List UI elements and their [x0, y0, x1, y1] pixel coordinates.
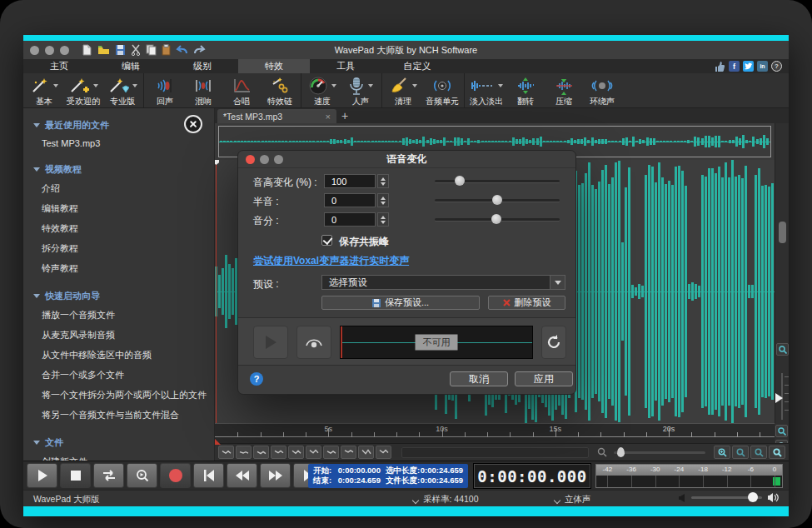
- new-tab-button[interactable]: +: [336, 109, 353, 123]
- help-icon[interactable]: ?: [771, 61, 782, 72]
- sidebar-item[interactable]: 特效教程: [33, 218, 214, 238]
- linkedin-icon[interactable]: in: [757, 61, 768, 72]
- ribbon-echo-button[interactable]: 回声: [146, 75, 184, 107]
- dialog-close-button[interactable]: [246, 155, 255, 164]
- cents-slider[interactable]: [435, 218, 560, 221]
- stepper-down-icon[interactable]: [381, 182, 386, 186]
- cancel-button[interactable]: 取消: [450, 371, 508, 386]
- scrub-button[interactable]: [127, 463, 157, 488]
- select-tool-button[interactable]: [218, 446, 234, 459]
- ribbon-audio-unit-button[interactable]: 音频单元: [422, 75, 462, 107]
- sidebar-item[interactable]: 编辑教程: [33, 198, 214, 218]
- sidebar-item[interactable]: 播放一个音频文件: [33, 305, 214, 325]
- pitch-change-slider[interactable]: [435, 180, 560, 182]
- preview-play-button[interactable]: [253, 326, 288, 359]
- save-preset-button[interactable]: 保存预设...: [321, 296, 480, 310]
- stepper-down-icon[interactable]: [381, 202, 386, 205]
- play-button[interactable]: [27, 463, 57, 488]
- sample-rate-selector[interactable]: 采样率: 44100: [413, 494, 479, 506]
- rewind-button[interactable]: [227, 463, 257, 488]
- sidebar-item[interactable]: Test MP3.mp3: [33, 134, 214, 152]
- wave-edit-tool-button[interactable]: [271, 446, 286, 459]
- tab-edit[interactable]: 编辑: [95, 59, 167, 73]
- sidebar-section-header[interactable]: 视频教程: [33, 161, 214, 178]
- sidebar-item[interactable]: 创建新文件: [33, 451, 214, 461]
- pitch-change-stepper[interactable]: [377, 174, 389, 188]
- time-ruler[interactable]: 5s10s15s20s: [215, 423, 775, 443]
- fast-forward-button[interactable]: [260, 463, 291, 488]
- ribbon-voice-button[interactable]: 人声: [341, 75, 380, 107]
- semitones-handle[interactable]: [492, 195, 502, 205]
- envelope2-tool-button[interactable]: [358, 446, 374, 459]
- sidebar-section-header[interactable]: 文件: [33, 434, 214, 451]
- zoom-fit-button[interactable]: [775, 425, 788, 437]
- vertical-scrollbar-thumb[interactable]: [779, 222, 786, 243]
- zoom-out-button[interactable]: [732, 446, 749, 459]
- go-to-start-button[interactable]: [193, 463, 224, 488]
- sidebar-item[interactable]: 从文件中移除选区中的音频: [33, 345, 214, 365]
- apply-button[interactable]: 应用: [515, 371, 573, 386]
- record-button[interactable]: [160, 463, 191, 488]
- ribbon-flip-button[interactable]: 翻转: [506, 75, 545, 107]
- ribbon-cleanup-button[interactable]: 清理: [384, 75, 422, 107]
- ribbon-pro-button[interactable]: 专业版: [103, 75, 142, 107]
- ribbon-reverb-button[interactable]: 混响: [184, 75, 222, 107]
- horizontal-zoom-handle[interactable]: [617, 447, 625, 457]
- sidebar-item[interactable]: 介绍: [33, 178, 214, 198]
- link-tool-button[interactable]: [306, 446, 321, 459]
- horizontal-zoom-slider[interactable]: [614, 451, 705, 454]
- zoom-vertical-in-button[interactable]: [776, 343, 789, 356]
- scrub-tool-button[interactable]: [253, 446, 269, 459]
- semitones-slider[interactable]: [435, 199, 560, 202]
- tab-effects[interactable]: 特效: [238, 59, 310, 73]
- playback-cursor[interactable]: [216, 160, 217, 423]
- sidebar-item[interactable]: 拆分教程: [33, 238, 214, 258]
- like-icon[interactable]: [714, 61, 725, 72]
- cursor-handle[interactable]: [215, 160, 219, 165]
- ribbon-surround-button[interactable]: 环绕声: [583, 75, 621, 107]
- voxal-link[interactable]: 尝试使用Voxal变声器进行实时变声: [253, 254, 409, 268]
- tab-tools[interactable]: 工具: [310, 59, 381, 73]
- channels-selector[interactable]: 立体声: [555, 494, 591, 506]
- sidebar-item[interactable]: 将另一个音频文件与当前文件混合: [33, 405, 214, 425]
- dialog-minimize-button[interactable]: [260, 155, 269, 164]
- stepper-up-icon[interactable]: [381, 197, 386, 200]
- ribbon-fade-button[interactable]: 淡入淡出: [466, 75, 506, 107]
- vertical-zoom-slider[interactable]: [781, 373, 783, 420]
- preview-reset-button[interactable]: [541, 326, 566, 359]
- list-tool-button[interactable]: [376, 446, 391, 459]
- twitter-icon[interactable]: [743, 61, 754, 72]
- dialog-help-button[interactable]: ?: [250, 372, 263, 386]
- trim-tool-button[interactable]: [323, 446, 339, 459]
- vertical-zoom-handle[interactable]: [775, 393, 783, 403]
- ribbon-basic-button[interactable]: 基本: [25, 75, 63, 107]
- preset-select[interactable]: 选择预设: [321, 275, 565, 290]
- preserve-formants-checkbox[interactable]: [321, 235, 332, 246]
- envelope-tool-button[interactable]: [341, 446, 356, 459]
- volume-knob[interactable]: [748, 492, 758, 502]
- volume-slider[interactable]: [691, 496, 762, 499]
- pitch-change-handle[interactable]: [455, 176, 465, 186]
- ribbon-fx-chain-button[interactable]: 特效链: [261, 75, 299, 107]
- cents-stepper[interactable]: [377, 212, 389, 227]
- stepper-up-icon[interactable]: [381, 216, 386, 219]
- facebook-icon[interactable]: f: [729, 61, 740, 72]
- delete-preset-button[interactable]: 删除预设: [488, 296, 565, 310]
- zoom-full-button[interactable]: [769, 446, 785, 459]
- zoom-to-selection-button[interactable]: [750, 446, 767, 459]
- scrub-track[interactable]: [401, 447, 589, 458]
- multi-wave-tool-button[interactable]: [288, 446, 304, 459]
- ribbon-chorus-button[interactable]: 合唱: [222, 75, 261, 107]
- sidebar-item[interactable]: 将一个文件拆分为两个或两个以上的文件: [33, 385, 214, 405]
- preview-bounce-button[interactable]: [296, 326, 331, 359]
- sidebar-section-header[interactable]: 快速启动向导: [33, 287, 214, 305]
- sidebar-item[interactable]: 铃声教程: [33, 258, 214, 278]
- sidebar-item[interactable]: 从麦克风录制音频: [33, 325, 214, 345]
- stepper-down-icon[interactable]: [381, 221, 386, 224]
- stepper-up-icon[interactable]: [381, 177, 386, 181]
- tab-levels[interactable]: 级别: [167, 59, 238, 73]
- tab-home[interactable]: 主页: [23, 59, 95, 73]
- cents-input[interactable]: 0: [324, 212, 376, 227]
- close-tab-icon[interactable]: ×: [322, 112, 331, 122]
- zoom-in-button[interactable]: [714, 446, 730, 459]
